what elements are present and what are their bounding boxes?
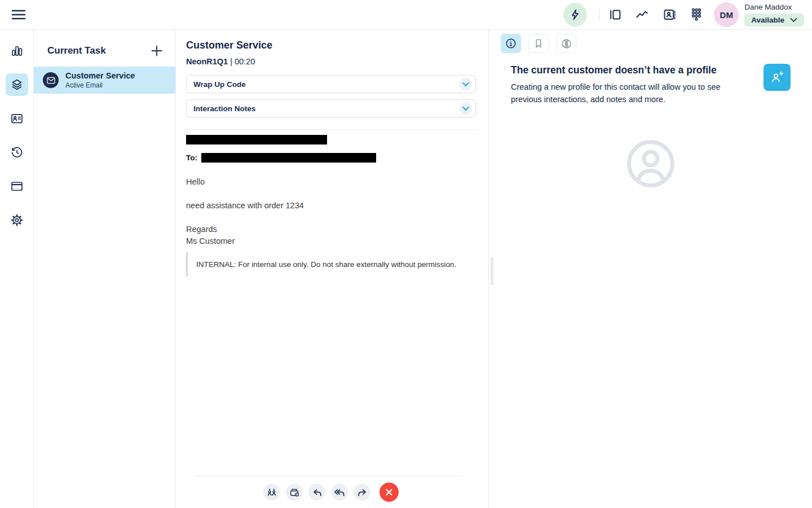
chevron-down-icon	[460, 78, 472, 90]
profile-panel: The current customer doesn’t have a prof…	[489, 30, 812, 508]
email-to-row: To:	[186, 153, 476, 163]
wrap-up-code-label: Wrap Up Code	[193, 80, 246, 89]
app-root: DM Dane Maddox Available	[0, 0, 812, 508]
tab-bookmark[interactable]	[528, 34, 549, 53]
internal-note-quote: INTERNAL: For internal use only. Do not …	[186, 252, 476, 277]
profile-content: The current customer doesn’t have a prof…	[489, 53, 812, 188]
email-greeting: Hello	[186, 176, 476, 188]
avatar-initials: DM	[720, 10, 733, 20]
avatar[interactable]: DM	[714, 2, 739, 27]
interaction-notes-accordion[interactable]: Interaction Notes	[186, 99, 476, 117]
task-list-item[interactable]: Customer Service Active Email	[34, 67, 175, 94]
user-circle-icon	[626, 139, 675, 188]
panels-icon[interactable]	[608, 7, 623, 22]
interaction-bottom	[186, 476, 476, 508]
layers-icon[interactable]	[6, 73, 28, 96]
top-header: DM Dane Maddox Available	[0, 0, 812, 30]
chevron-down-icon	[460, 102, 472, 115]
transfer-button[interactable]	[263, 484, 280, 501]
profile-placeholder	[511, 139, 791, 188]
park-button[interactable]	[286, 484, 303, 501]
email-icon	[43, 72, 59, 88]
forward-button[interactable]	[354, 484, 370, 501]
browser-window-icon[interactable]	[6, 175, 28, 198]
interaction-timer: 00:20	[235, 57, 255, 66]
scrollbar-thumb[interactable]	[491, 257, 493, 285]
no-profile-heading: The current customer doesn’t have a prof…	[511, 64, 743, 76]
redacted-recipient-bar	[201, 153, 376, 163]
hamburger-menu-icon[interactable]	[10, 6, 27, 23]
create-profile-button[interactable]	[764, 64, 791, 91]
reply-button[interactable]	[308, 484, 325, 501]
email-toolbar	[186, 476, 476, 508]
header-divider	[599, 7, 600, 22]
nav-rail	[0, 30, 34, 508]
reply-all-button[interactable]	[331, 484, 348, 501]
transfer-icon	[267, 487, 277, 497]
profile-text-block: The current customer doesn’t have a prof…	[511, 64, 743, 106]
forward-icon	[357, 488, 368, 497]
tasks-panel: Current Task Customer Service Active E	[34, 30, 176, 508]
email-blank-line	[186, 188, 476, 200]
tasks-title: Current Task	[47, 45, 106, 56]
interaction-title: Customer Service	[186, 40, 476, 51]
email-header-divider	[186, 129, 476, 130]
profile-header-row: The current customer doesn’t have a prof…	[511, 64, 791, 106]
header-icon-group	[608, 7, 704, 22]
contact-card-icon[interactable]	[6, 107, 28, 130]
plus-icon	[151, 45, 163, 57]
tasks-header: Current Task	[34, 30, 175, 58]
disconnect-button[interactable]	[379, 483, 399, 502]
split-circle-icon	[561, 38, 572, 50]
email-request: need assistance with order 1234	[186, 200, 476, 212]
email-blank-line	[186, 212, 476, 224]
no-profile-description: Creating a new profile for this contact …	[511, 81, 743, 106]
interaction-notes-label: Interaction Notes	[193, 104, 255, 113]
bar-chart-icon[interactable]	[6, 40, 28, 62]
reply-icon	[312, 488, 323, 497]
interaction-scroll-area: Customer Service NeonR1Q1 | 00:20 Wrap U…	[176, 30, 488, 508]
close-icon	[385, 488, 394, 497]
park-icon	[289, 487, 299, 497]
email-signature: Ms Customer	[186, 235, 476, 247]
add-task-button[interactable]	[149, 43, 164, 58]
tab-journey[interactable]	[556, 34, 576, 53]
reply-all-icon	[334, 488, 345, 497]
user-name: Dane Maddox	[744, 3, 792, 11]
status-dropdown[interactable]: Available	[744, 14, 804, 27]
chevron-down-icon	[790, 17, 797, 23]
redacted-sender-bar	[186, 135, 327, 144]
to-label: To:	[186, 154, 197, 162]
lightning-icon[interactable]	[563, 3, 587, 27]
task-text: Customer Service Active Email	[65, 71, 135, 89]
interaction-meta: NeonR1Q1 | 00:20	[186, 57, 476, 66]
header-right-group: DM Dane Maddox Available	[563, 2, 804, 27]
performance-chart-icon[interactable]	[635, 7, 650, 22]
profile-tabs	[489, 30, 812, 53]
task-title: Customer Service	[65, 71, 135, 80]
dialpad-icon[interactable]	[689, 7, 704, 22]
tab-info[interactable]	[501, 34, 521, 53]
directory-icon[interactable]	[662, 7, 677, 22]
bookmark-icon	[533, 38, 544, 49]
person-add-icon	[770, 70, 784, 85]
interaction-panel: Customer Service NeonR1Q1 | 00:20 Wrap U…	[176, 30, 489, 508]
interaction-reference: NeonR1Q1	[186, 57, 228, 66]
user-info: Dane Maddox Available	[744, 3, 804, 27]
main-area: Current Task Customer Service Active E	[0, 30, 812, 508]
info-icon	[505, 37, 517, 50]
task-subtitle: Active Email	[65, 81, 135, 89]
history-icon[interactable]	[6, 141, 28, 164]
wrap-up-code-accordion[interactable]: Wrap Up Code	[186, 75, 476, 93]
status-label: Available	[751, 16, 784, 24]
gear-icon[interactable]	[6, 209, 28, 231]
email-signoff: Regards	[186, 224, 476, 235]
